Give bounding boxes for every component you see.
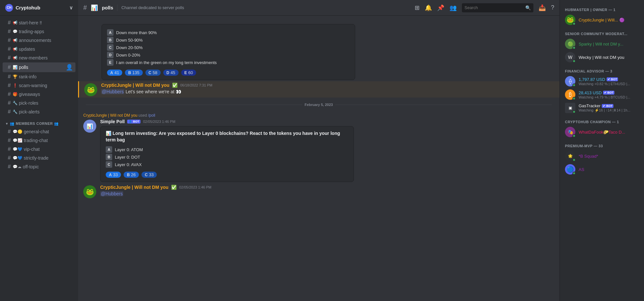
mute-icon[interactable]: 🔔 <box>425 4 432 11</box>
divider-line-right <box>335 105 552 105</box>
sidebar: CH Cryptohub ∨ # 📢 start-here ‼ # 💬 trad… <box>0 0 78 301</box>
command-line: CrypticJungle | Will not DM you used /po… <box>78 112 559 118</box>
chevron-icon: ▼ <box>5 122 8 125</box>
member-info-sparky: Sparky | Will not DM y... <box>579 42 624 46</box>
help-icon[interactable]: ? <box>551 4 554 11</box>
channel-item-giveaways[interactable]: # 🎁 giveaways <box>3 90 75 98</box>
search-input[interactable] <box>464 5 523 10</box>
poll2-option-b: B Layer 0: DOT <box>106 154 348 160</box>
poll2-option-c: C Layer 0: AVAX <box>106 161 348 168</box>
channel-item-pick-alerts[interactable]: # 🔧 pick-alerts <box>3 108 75 116</box>
channel-label: new-members <box>19 55 48 60</box>
member-whatdafook[interactable]: 🎭 WhatDaFook🌮Taco D... <box>562 125 641 138</box>
status-dot <box>572 22 576 25</box>
channel-label: trading-apps <box>19 29 44 34</box>
channel-item-vip-chat[interactable]: # 💬💙 vip-chat <box>3 145 75 153</box>
member-info-eth: 1,797.87 USD ✔ BOT Watching +0.82 % | ET… <box>579 77 630 86</box>
right-panel: HUBMASTER | OWNER — 1 🐸 CrypticJungle | … <box>559 0 644 301</box>
vote-c[interactable]: C 58 <box>145 70 161 76</box>
inbox-icon[interactable]: 📥 <box>539 4 546 11</box>
server-header[interactable]: CH Cryptohub ∨ <box>0 0 78 16</box>
messages-area: A Down more than 90% B Down 50-90% C Dow… <box>78 16 559 301</box>
poll1-votes: A 41 B 135 C 58 D 45 E 60 <box>107 70 350 76</box>
poll2-vote-a[interactable]: A 33 <box>106 172 121 178</box>
channel-item-strictly-trade[interactable]: # 💬💙 strictly-trade <box>3 154 75 162</box>
channel-item-off-topic[interactable]: # 💬☁ off-topic <box>3 163 75 171</box>
status-dot-eth <box>572 84 576 87</box>
member-wecky[interactable]: W Wecky | Will not DM you <box>562 51 641 64</box>
vote-e[interactable]: E 60 <box>181 70 196 76</box>
member-info-btc: 28,413 USD ✔ BOT Watching +4.79 % | BTCU… <box>579 90 630 99</box>
channel-item-updates[interactable]: # 📢 updates <box>3 45 75 53</box>
members-icon[interactable]: 👥 <box>449 4 457 11</box>
member-eth-tracker[interactable]: ⟠ 1,797.87 USD ✔ BOT Watching +0.82 % | … <box>562 75 641 88</box>
member-btc-tracker[interactable]: ₿ 28,413 USD ✔ BOT Watching +4.79 % | BT… <box>562 88 641 101</box>
channel-label: pick-roles <box>19 100 38 106</box>
section-premium-mvp: PREMIUM-MVP — 33 <box>560 139 644 149</box>
add-member-icon[interactable]: 👤 <box>66 64 73 71</box>
status-dot-whatdafook <box>572 134 576 137</box>
poll2-card: 📊 Long term investing: Are you exposed t… <box>100 126 354 182</box>
hash-icon: # <box>8 20 11 26</box>
channel-list: # 📢 start-here ‼ # 💬 trading-apps # 📢 an… <box>0 16 78 301</box>
member-gas-tracker[interactable]: ▣ GasTracker ✔ BOT Watching ⚡16 | ↑14 |⬇… <box>562 101 641 114</box>
server-icon: CH <box>5 4 13 12</box>
avatar-cj-right: 🐸 <box>565 15 575 25</box>
vote-b[interactable]: B 135 <box>125 70 142 76</box>
poll2-message: 📊 Simple Poll 👤 BOT 02/05/2023 1:46 PM 📊… <box>78 118 559 183</box>
channel-item-trading-chat[interactable]: # 💬📈 trading-chat <box>3 136 75 145</box>
channel-item-scam-warning[interactable]: # ❗ scam-warning <box>3 81 75 90</box>
hash-icon: # <box>8 55 11 61</box>
vote-d[interactable]: D 45 <box>163 70 179 76</box>
member-crypticjungle[interactable]: 🐸 CrypticJungle | Will... 🟣 <box>562 13 641 26</box>
member-bsquad[interactable]: 🌟 *B Squad* <box>562 150 641 163</box>
section-financial-advisor: FINANCIAL ADVISOR — 3 <box>560 64 644 74</box>
avatar-wecky: W <box>565 52 575 62</box>
poll2-vote-b[interactable]: B 26 <box>124 172 139 178</box>
poll-option-c: C Down 20-50% <box>107 44 350 51</box>
channel-item-new-members[interactable]: # 📢 new-members <box>3 54 75 62</box>
status-dot-bsquad <box>572 158 576 162</box>
channel-item-start-here[interactable]: # 📢 start-here ‼ <box>3 19 75 27</box>
member-info-wecky: Wecky | Will not DM you <box>579 55 624 60</box>
pin-icon[interactable]: 📌 <box>437 4 444 11</box>
member-sparky[interactable]: 🟢 Sparky | Will not DM y... <box>562 37 641 50</box>
members-corner-section[interactable]: ▼ 👥 MEMBERS CORNER 👥 <box>0 116 78 127</box>
hash-icon: # <box>8 83 11 88</box>
vote-a[interactable]: A 41 <box>107 70 122 76</box>
message-text-3: @Hubbers <box>100 190 554 197</box>
message-header-1: CrypticJungle | Will not DM you ✅ 06/18/… <box>101 83 554 88</box>
member-name-as: AS <box>579 167 584 172</box>
message-crypticjungle-1: 🐸 CrypticJungle | Will not DM you ✅ 06/1… <box>78 81 559 98</box>
main-content: # 📊 polls Channel dedicated to server po… <box>78 0 559 301</box>
search-icon: 🔍 <box>525 5 531 10</box>
channel-item-polls[interactable]: # 📊 polls 👤 <box>3 62 75 72</box>
member-as[interactable]: 🔵 AS <box>562 163 641 176</box>
avatar-btc: ₿ <box>565 89 575 100</box>
section-hubmaster: HUBMASTER | OWNER — 1 <box>560 3 644 13</box>
hash-icon: # <box>8 37 11 43</box>
channel-label: off-topic <box>23 164 39 169</box>
channel-item-general-chat[interactable]: # 💬🟡 general-chat <box>3 127 75 136</box>
member-name-sparky: Sparky | Will not DM y... <box>579 42 624 46</box>
search-bar[interactable]: 🔍 <box>462 3 533 12</box>
channel-item-rank-info[interactable]: # 🏆 rank-info <box>3 72 75 81</box>
poll2-vote-c[interactable]: C 33 <box>141 172 157 178</box>
avatar-eth: ⟠ <box>565 76 575 86</box>
message-crypticjungle-2: 🐸 CrypticJungle | Will not DM you ✅ 02/0… <box>78 183 559 200</box>
hash-icon: # <box>8 155 11 161</box>
channel-label: scam-warning <box>19 83 47 88</box>
channel-item-announcements[interactable]: # 📢 announcements <box>3 36 75 45</box>
thread-icon[interactable]: ⊞ <box>415 4 420 11</box>
channel-item-trading-apps[interactable]: # 💬 trading-apps <box>3 27 75 36</box>
channel-label: polls <box>19 65 28 70</box>
status-dot-sparky <box>572 46 576 49</box>
member-info-cj: CrypticJungle | Will... 🟣 <box>579 18 624 22</box>
command-author: CrypticJungle | Will not DM you <box>83 113 138 118</box>
avatar-sparky: 🟢 <box>565 39 575 49</box>
topbar-actions: ⊞ 🔔 📌 👥 🔍 📥 ? <box>415 3 554 12</box>
channel-item-pick-roles[interactable]: # 🔧 pick-roles <box>3 99 75 107</box>
hash-icon: # <box>8 91 11 97</box>
poll2-votes: A 33 B 26 C 33 <box>106 172 348 178</box>
hash-icon: # <box>8 129 11 135</box>
